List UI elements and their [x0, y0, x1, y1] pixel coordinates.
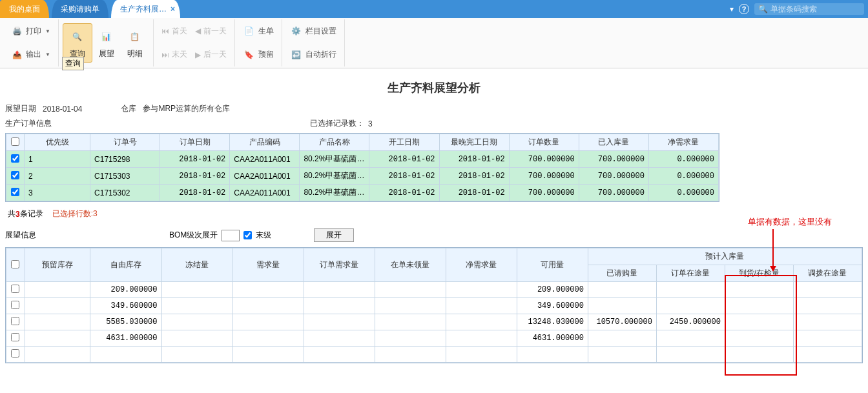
output-button[interactable]: 📤输出▼ — [6, 46, 54, 63]
annotation-text: 单据有数据，这里没有 — [748, 216, 832, 228]
ribbon: 🖨️打印▼ 📤输出▼ 🔍查询 📊展望 📋明细 ⏮首天 ◀前一天 ⏭末天 ▶后一天… — [0, 18, 868, 68]
makeorder-button[interactable]: 📄生单 — [239, 23, 278, 39]
order-table: 优先级 订单号 订单日期 产品编码 产品名称 开工日期 最晚完工日期 订单数量 … — [6, 134, 719, 201]
col-reserve[interactable]: 预留库存 — [25, 248, 90, 282]
outlook-icon: 📊 — [96, 26, 117, 47]
colset-icon: ⚙️ — [290, 25, 303, 37]
prev-icon: ◀ — [195, 26, 201, 35]
col-unpick[interactable]: 在单未领量 — [375, 248, 446, 282]
wrap-icon: ↩️ — [290, 48, 303, 61]
table-row[interactable]: 5585.030000 13248.03000010570.0000002450… — [6, 314, 862, 330]
bom-level-input[interactable] — [222, 230, 240, 241]
col-inqty[interactable]: 已入库量 — [579, 134, 648, 151]
colset-button[interactable]: ⚙️栏目设置 — [286, 23, 340, 39]
end-level-checkbox[interactable] — [243, 231, 252, 239]
row-checkbox[interactable] — [11, 317, 19, 325]
sel-count-label: 已选择记录数： — [310, 118, 364, 129]
row-checkbox[interactable] — [11, 285, 19, 293]
col-orderdate[interactable]: 订单日期 — [160, 134, 230, 151]
col-orderreq[interactable]: 订单需求量 — [304, 248, 375, 282]
total-suf: 条记录 — [20, 208, 43, 219]
col-prodcode[interactable]: 产品编码 — [230, 134, 300, 151]
wh-label: 仓库 — [121, 103, 136, 114]
table-row[interactable]: 4631.000000 4631.000000 — [6, 330, 862, 347]
query-icon: 🔍 — [67, 26, 88, 47]
search-icon: 🔍 — [758, 5, 768, 14]
chevron-down-icon: ▼ — [45, 28, 50, 34]
tab-active-label: 生产齐料展… — [120, 4, 167, 15]
col-transfer[interactable]: 调拨在途量 — [793, 265, 862, 282]
row-checkbox[interactable] — [11, 188, 19, 196]
print-button[interactable]: 🖨️打印▼ — [6, 23, 54, 39]
reserve-button[interactable]: 🔖预留 — [239, 46, 278, 63]
tab-desktop[interactable]: 我的桌面 — [0, 0, 49, 18]
table-row[interactable]: 349.600000 349.600000 — [6, 298, 862, 314]
query-tooltip: 查询 — [62, 57, 84, 70]
col-prodname[interactable]: 产品名称 — [300, 134, 369, 151]
col-freeze[interactable]: 冻结量 — [161, 248, 232, 282]
col-avail[interactable]: 可用量 — [517, 248, 588, 282]
first-icon: ⏮ — [161, 26, 169, 35]
table-row[interactable]: 2C17153032018-01-02 CAA2A011A00180.2%甲基硫… — [6, 168, 719, 185]
table-row[interactable]: 3C17153022018-01-02 CAA2A011A00180.2%甲基硫… — [6, 185, 719, 201]
bom-label: BOM级次展开 — [169, 230, 218, 241]
output-icon: 📤 — [10, 48, 23, 61]
titlebar-dropdown-icon[interactable]: ▾ — [730, 5, 734, 14]
order-info-label: 生产订单信息 — [5, 118, 52, 129]
last-icon: ⏭ — [161, 50, 169, 59]
search-input[interactable] — [770, 5, 861, 14]
col-req[interactable]: 需求量 — [232, 248, 304, 282]
detail-icon: 📋 — [125, 26, 145, 47]
col-free[interactable]: 自由库存 — [90, 248, 161, 282]
table-row[interactable] — [6, 347, 862, 363]
next-icon: ▶ — [195, 50, 201, 59]
annotation-arrow — [772, 229, 774, 271]
col-netreq[interactable]: 净需求量 — [648, 134, 718, 151]
prevday-button: ◀前一天 — [191, 24, 231, 39]
col-ontheway[interactable]: 订单在途量 — [656, 265, 725, 282]
print-icon: 🖨️ — [10, 25, 23, 37]
wrap-button[interactable]: ↩️自动折行 — [286, 46, 340, 63]
nextday-button: ▶后一天 — [191, 47, 231, 62]
col-orderno[interactable]: 订单号 — [90, 134, 160, 151]
detail-button[interactable]: 📋明细 — [121, 24, 149, 62]
firstday-button: ⏮首天 — [158, 24, 191, 39]
row-checkbox[interactable] — [11, 154, 19, 163]
table-row[interactable]: 1C17152982018-01-02 CAA2A011A00180.2%甲基硫… — [6, 151, 719, 168]
chevron-down-icon: ▼ — [45, 52, 50, 57]
outlook-table: 预留库存 自由库存 冻结量 需求量 订单需求量 在单未领量 净需求量 可用量 预… — [6, 248, 862, 363]
col-netreq2[interactable]: 净需求量 — [446, 248, 517, 282]
search-wrap[interactable]: 🔍 — [754, 3, 864, 15]
total-n: 3 — [16, 210, 20, 219]
row-checkbox[interactable] — [11, 171, 19, 179]
page-title: 生产齐料展望分析 — [5, 80, 863, 96]
date-value: 2018-01-04 — [43, 105, 82, 114]
help-icon[interactable]: ? — [739, 4, 749, 14]
row-checkbox[interactable] — [11, 333, 19, 341]
outlook-info-label: 展望信息 — [5, 230, 36, 241]
expand-button[interactable]: 展开 — [314, 228, 354, 242]
col-group-expected[interactable]: 预计入库量 — [588, 248, 862, 265]
lastday-button: ⏭末天 — [158, 47, 191, 62]
select-all-checkbox[interactable] — [11, 137, 19, 146]
makeorder-icon: 📄 — [243, 25, 256, 37]
row-checkbox[interactable] — [11, 349, 19, 358]
row-checkbox[interactable] — [11, 301, 19, 309]
tab-purchase[interactable]: 采购请购单 — [52, 0, 108, 18]
close-icon[interactable]: × — [170, 5, 175, 14]
col-priority[interactable]: 优先级 — [25, 134, 90, 151]
sel-rows: 已选择行数:3 — [52, 208, 98, 219]
col-enddate[interactable]: 最晚完工日期 — [439, 134, 509, 151]
col-qty[interactable]: 订单数量 — [509, 134, 579, 151]
table-row[interactable]: 209.000000 209.000000 — [6, 282, 862, 298]
col-startdate[interactable]: 开工日期 — [369, 134, 439, 151]
date-label: 展望日期 — [5, 103, 36, 114]
col-arrivecheck[interactable]: 到货/在检量 — [725, 265, 793, 282]
total-pre: 共 — [8, 208, 16, 219]
select-all-checkbox-2[interactable] — [11, 260, 19, 268]
tab-active[interactable]: 生产齐料展… × — [111, 0, 180, 18]
outlook-button[interactable]: 📊展望 — [92, 24, 121, 62]
sel-count-value: 3 — [368, 119, 373, 128]
reserve-icon: 🔖 — [243, 48, 256, 61]
col-purchased[interactable]: 已请购量 — [588, 265, 656, 282]
